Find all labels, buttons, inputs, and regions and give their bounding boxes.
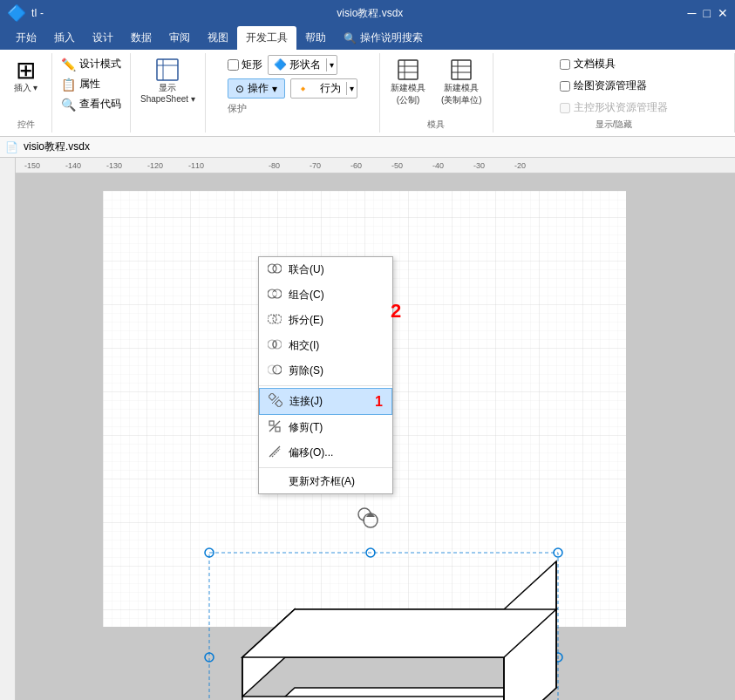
svg-point-57 <box>273 341 276 348</box>
svg-marker-39 <box>242 697 504 700</box>
svg-line-63 <box>269 421 280 432</box>
group-insert-content: ⊞ 插入 ▾ <box>9 55 44 117</box>
svg-text:-30: -30 <box>473 161 485 170</box>
view-code-btn[interactable]: 🔍 查看代码 <box>58 95 125 113</box>
window-controls: ─ □ ✕ <box>688 6 728 20</box>
svg-text:-20: -20 <box>514 161 526 170</box>
drawing-manager-check: 绘图资源管理器 <box>555 77 652 95</box>
insert-label: 插入 ▾ <box>14 82 38 94</box>
behavior-arrow: ▾ <box>346 82 357 95</box>
doc-stencil-checkbox[interactable] <box>560 59 570 70</box>
tab-developer[interactable]: 开发工具 <box>237 26 296 50</box>
tab-view[interactable]: 视图 <box>199 26 237 50</box>
join-icon <box>269 393 282 410</box>
menu-trim[interactable]: 修剪(T) <box>259 415 392 440</box>
op-arrow: ▾ <box>272 83 277 95</box>
new-stencil-metric-btn[interactable]: 新建模具(公制) <box>386 55 430 109</box>
group-shape: 矩形 🔷 形状名 ▾ ⊙ 操作 ▾ <box>206 53 380 133</box>
behavior-icon: 🔸 <box>291 81 315 97</box>
step2-annotation: 2 <box>391 300 401 323</box>
subtract-label: 剪除(S) <box>289 364 323 378</box>
group-display: 文档模具 绘图资源管理器 主控形状资源管理器 显示/隐藏 <box>493 53 735 133</box>
formula-filename: visio教程.vsdx <box>24 139 90 154</box>
svg-rect-0 <box>157 59 178 80</box>
svg-rect-61 <box>276 400 282 407</box>
new-stencil-us-icon <box>449 58 473 82</box>
fragment-icon <box>268 312 282 329</box>
new-stencil-us-btn[interactable]: 新建模具(美制单位) <box>437 55 487 109</box>
group-shapesheet: 显示ShapeSheet ▾ <box>131 53 206 133</box>
canvas[interactable]: 联合(U) 组合(C) <box>16 173 735 700</box>
operations-dropdown[interactable]: ⊙ 操作 ▾ <box>228 78 285 99</box>
offset-label: 偏移(O)... <box>289 445 333 460</box>
rect-check: 矩形 <box>228 58 262 72</box>
menu-combine[interactable]: 组合(C) <box>259 282 392 308</box>
group-display-label: 显示/隐藏 <box>595 119 633 131</box>
doc-stencil-check: 文档模具 <box>555 55 621 73</box>
svg-point-58 <box>268 365 276 374</box>
svg-text:-50: -50 <box>391 161 403 170</box>
tab-help[interactable]: 帮助 <box>296 26 335 50</box>
design-mode-btn[interactable]: ✏️ 设计模式 <box>58 55 125 73</box>
formula-icon: 📄 <box>5 141 18 153</box>
doc-stencil-label: 文档模具 <box>574 57 616 71</box>
group-stencil-content: 新建模具(公制) 新建模具(美制单位) <box>386 55 487 117</box>
menu-join[interactable]: 连接(J) 1 <box>259 388 392 415</box>
new-stencil-us-label: 新建模具(美制单位) <box>441 82 482 106</box>
drawing-manager-checkbox[interactable] <box>560 81 570 92</box>
shapesheet-label: 显示ShapeSheet ▾ <box>140 82 195 104</box>
search-icon: 🔍 <box>344 32 357 44</box>
group-shapesheet-content: 显示ShapeSheet ▾ <box>136 55 200 131</box>
menu-fragment[interactable]: 拆分(E) <box>259 308 392 333</box>
shapesheet-btn[interactable]: 显示ShapeSheet ▾ <box>136 55 200 106</box>
svg-point-48 <box>268 264 276 273</box>
union-icon <box>268 262 282 278</box>
group-stencil: 新建模具(公制) 新建模具(美制单位) 模具 <box>380 53 493 133</box>
menu-subtract[interactable]: 剪除(S) <box>259 358 392 384</box>
shape-name-dropdown[interactable]: 🔷 形状名 ▾ <box>268 55 337 75</box>
menu-intersect[interactable]: 相交(I) <box>259 333 392 358</box>
protection-placeholder: 保护 <box>228 102 247 115</box>
close-icon[interactable]: ✕ <box>718 6 728 20</box>
drawing-manager-label: 绘图资源管理器 <box>574 78 647 93</box>
ribbon-content: ⊞ 插入 ▾ 控件 ✏️ 设计模式 📋 属性 🔍 查看代码 <box>0 50 735 137</box>
menu-update-align[interactable]: 更新对齐框(A) <box>259 470 392 493</box>
group-stencil-label: 模具 <box>427 119 445 131</box>
svg-rect-65 <box>276 427 280 432</box>
title-text: tI - <box>31 7 44 19</box>
tab-search[interactable]: 🔍 操作说明搜索 <box>335 26 432 50</box>
svg-rect-60 <box>269 393 276 400</box>
tab-insert[interactable]: 插入 <box>45 26 84 50</box>
svg-point-49 <box>273 264 282 273</box>
behavior-dropdown[interactable]: 🔸 行为 ▾ <box>290 78 357 99</box>
menu-offset[interactable]: 偏移(O)... <box>259 440 392 466</box>
fragment-label: 拆分(E) <box>289 313 323 328</box>
properties-btn[interactable]: 📋 属性 <box>58 75 104 93</box>
tab-review[interactable]: 审阅 <box>160 26 199 50</box>
view-code-icon: 🔍 <box>61 98 76 112</box>
tab-data[interactable]: 数据 <box>122 26 160 50</box>
svg-point-54 <box>273 315 282 323</box>
minimize-icon[interactable]: ─ <box>688 6 697 20</box>
rect-checkbox[interactable] <box>228 59 239 71</box>
svg-text:-60: -60 <box>350 161 362 170</box>
svg-text:-110: -110 <box>188 161 204 170</box>
shape-name-arrow: ▾ <box>326 58 337 71</box>
svg-text:-40: -40 <box>432 161 444 170</box>
op-icon: ⊙ <box>235 83 244 95</box>
menu-union[interactable]: 联合(U) <box>259 257 392 282</box>
tab-design[interactable]: 设计 <box>84 26 122 50</box>
master-manager-checkbox[interactable] <box>560 103 570 113</box>
combine-icon <box>268 287 282 303</box>
svg-line-66 <box>269 446 280 457</box>
workspace: -150 -140 -130 -120 -110 -80 -70 -60 -50… <box>0 158 735 700</box>
operations-menu: 联合(U) 组合(C) <box>258 256 393 494</box>
svg-rect-64 <box>269 421 274 425</box>
insert-btn[interactable]: ⊞ 插入 ▾ <box>9 55 44 97</box>
maximize-icon[interactable]: □ <box>704 6 711 20</box>
tab-home[interactable]: 开始 <box>7 26 45 50</box>
properties-icon: 📋 <box>61 78 76 92</box>
update-align-label: 更新对齐框(A) <box>289 474 355 489</box>
title-bar: 🔷 tI - visio教程.vsdx ─ □ ✕ <box>0 0 735 26</box>
combine-label: 组合(C) <box>289 288 324 302</box>
